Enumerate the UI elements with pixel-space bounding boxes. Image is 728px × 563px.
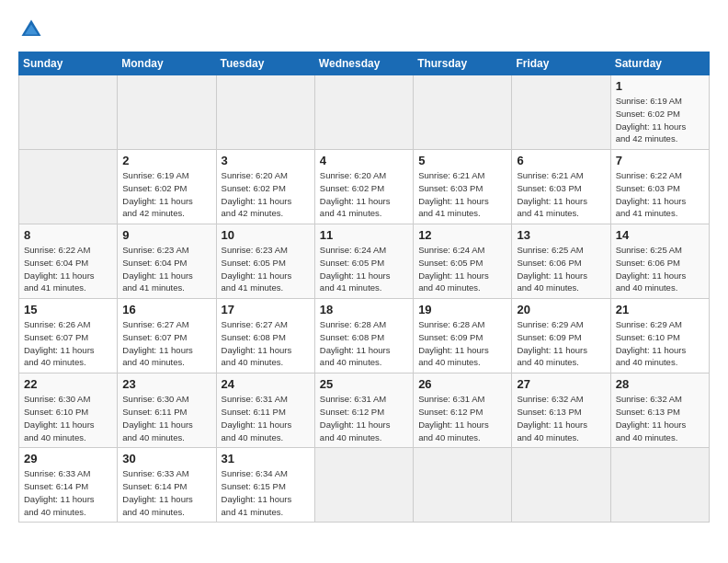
day-cell: 6Sunrise: 6:21 AMSunset: 6:03 PMDaylight…: [512, 150, 610, 224]
week-row: 29Sunrise: 6:33 AMSunset: 6:14 PMDayligh…: [19, 448, 710, 523]
header-row: SundayMondayTuesdayWednesdayThursdayFrid…: [19, 52, 710, 75]
day-cell: 17Sunrise: 6:27 AMSunset: 6:08 PMDayligh…: [216, 299, 314, 373]
day-cell: 5Sunrise: 6:21 AMSunset: 6:03 PMDaylight…: [414, 150, 512, 224]
day-cell: 26Sunrise: 6:31 AMSunset: 6:12 PMDayligh…: [414, 373, 512, 448]
header: [18, 17, 710, 42]
week-row: 1Sunrise: 6:19 AMSunset: 6:02 PMDaylight…: [19, 75, 710, 150]
day-cell: 21Sunrise: 6:29 AMSunset: 6:10 PMDayligh…: [610, 299, 709, 373]
day-cell: 31Sunrise: 6:34 AMSunset: 6:15 PMDayligh…: [216, 448, 314, 523]
day-cell: 22Sunrise: 6:30 AMSunset: 6:10 PMDayligh…: [19, 373, 118, 448]
day-cell: 24Sunrise: 6:31 AMSunset: 6:11 PMDayligh…: [216, 373, 314, 448]
empty-cell: [314, 448, 413, 523]
calendar-table: SundayMondayTuesdayWednesdayThursdayFrid…: [18, 52, 710, 523]
day-cell: 25Sunrise: 6:31 AMSunset: 6:12 PMDayligh…: [314, 373, 413, 448]
day-cell: 4Sunrise: 6:20 AMSunset: 6:02 PMDaylight…: [314, 150, 413, 224]
day-cell: 2Sunrise: 6:19 AMSunset: 6:02 PMDaylight…: [118, 150, 216, 224]
empty-cell: [19, 75, 118, 150]
day-cell: 13Sunrise: 6:25 AMSunset: 6:06 PMDayligh…: [512, 224, 610, 299]
day-cell: 23Sunrise: 6:30 AMSunset: 6:11 PMDayligh…: [118, 373, 216, 448]
day-cell: 30Sunrise: 6:33 AMSunset: 6:14 PMDayligh…: [118, 448, 216, 523]
day-cell: 15Sunrise: 6:26 AMSunset: 6:07 PMDayligh…: [19, 299, 118, 373]
day-cell: 18Sunrise: 6:28 AMSunset: 6:08 PMDayligh…: [314, 299, 413, 373]
day-cell: 10Sunrise: 6:23 AMSunset: 6:05 PMDayligh…: [216, 224, 314, 299]
logo: [18, 17, 48, 42]
empty-cell: [216, 75, 314, 150]
empty-cell: [512, 75, 610, 150]
day-cell: 12Sunrise: 6:24 AMSunset: 6:05 PMDayligh…: [414, 224, 512, 299]
empty-cell: [314, 75, 413, 150]
day-cell: 20Sunrise: 6:29 AMSunset: 6:09 PMDayligh…: [512, 299, 610, 373]
col-header-monday: Monday: [118, 52, 216, 75]
day-cell: 3Sunrise: 6:20 AMSunset: 6:02 PMDaylight…: [216, 150, 314, 224]
empty-cell: [118, 75, 216, 150]
week-row: 2Sunrise: 6:19 AMSunset: 6:02 PMDaylight…: [19, 150, 710, 224]
empty-cell: [414, 75, 512, 150]
col-header-friday: Friday: [512, 52, 610, 75]
col-header-saturday: Saturday: [610, 52, 709, 75]
day-cell: 16Sunrise: 6:27 AMSunset: 6:07 PMDayligh…: [118, 299, 216, 373]
day-cell: 14Sunrise: 6:25 AMSunset: 6:06 PMDayligh…: [610, 224, 709, 299]
week-row: 22Sunrise: 6:30 AMSunset: 6:10 PMDayligh…: [19, 373, 710, 448]
day-cell: 29Sunrise: 6:33 AMSunset: 6:14 PMDayligh…: [19, 448, 118, 523]
empty-cell: [512, 448, 610, 523]
day-cell: 8Sunrise: 6:22 AMSunset: 6:04 PMDaylight…: [19, 224, 118, 299]
day-cell: 27Sunrise: 6:32 AMSunset: 6:13 PMDayligh…: [512, 373, 610, 448]
day-cell: 7Sunrise: 6:22 AMSunset: 6:03 PMDaylight…: [610, 150, 709, 224]
day-cell: 9Sunrise: 6:23 AMSunset: 6:04 PMDaylight…: [118, 224, 216, 299]
week-row: 8Sunrise: 6:22 AMSunset: 6:04 PMDaylight…: [19, 224, 710, 299]
day-cell: 19Sunrise: 6:28 AMSunset: 6:09 PMDayligh…: [414, 299, 512, 373]
col-header-thursday: Thursday: [414, 52, 512, 75]
week-row: 15Sunrise: 6:26 AMSunset: 6:07 PMDayligh…: [19, 299, 710, 373]
empty-cell: [610, 448, 709, 523]
day-cell: 11Sunrise: 6:24 AMSunset: 6:05 PMDayligh…: [314, 224, 413, 299]
day-cell: 28Sunrise: 6:32 AMSunset: 6:13 PMDayligh…: [610, 373, 709, 448]
col-header-sunday: Sunday: [19, 52, 118, 75]
page: SundayMondayTuesdayWednesdayThursdayFrid…: [0, 0, 728, 563]
day-cell: 1Sunrise: 6:19 AMSunset: 6:02 PMDaylight…: [610, 75, 709, 150]
col-header-wednesday: Wednesday: [314, 52, 413, 75]
empty-cell: [19, 150, 118, 224]
logo-icon: [18, 17, 44, 42]
col-header-tuesday: Tuesday: [216, 52, 314, 75]
empty-cell: [414, 448, 512, 523]
